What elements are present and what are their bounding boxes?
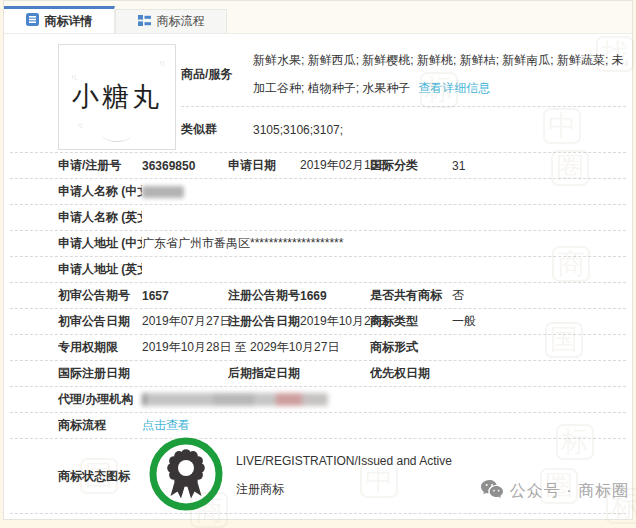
field-row-publication-no: 初审公告期号 1657 注册公告期号 1669 是否共有商标 否 (10, 283, 626, 309)
field-label: 优先权日期 (370, 365, 452, 382)
field-label: 申请/注册号 (58, 157, 142, 174)
field-label: 注册公告日期 (228, 313, 300, 330)
field-label: 国际注册日期 (58, 365, 142, 382)
status-line-en: LIVE/REGISTRATION/Issued and Active (236, 454, 452, 468)
field-label: 代理/办理机构 (58, 391, 142, 408)
field-label: 初审公告日期 (58, 313, 142, 330)
field-label: 注册公告期号 (228, 287, 300, 304)
field-row-international-dates: 国际注册日期 后期指定日期 优先权日期 (10, 361, 626, 387)
document-icon (26, 13, 39, 29)
field-label: 初审公告期号 (58, 287, 142, 304)
goods-block: 商品/服务 新鲜水果; 新鲜西瓜; 新鲜樱桃; 新鲜桃; 新鲜桔; 新鲜南瓜; … (181, 42, 626, 152)
similar-group-label: 类似群 (181, 121, 253, 138)
click-to-view-link[interactable]: 点击查看 (142, 417, 190, 434)
similar-group-value: 3105;3106;3107; (253, 123, 343, 137)
trademark-image-curve (103, 129, 131, 142)
goods-label: 商品/服务 (181, 66, 253, 83)
list-icon (138, 14, 151, 30)
tab-bar: 商标详情 商标流程 (4, 1, 632, 34)
trademark-detail-page: 商标详情 商标流程 々 々 々 小糖丸 商品/服务 新鲜水果; 新鲜西 (0, 0, 636, 528)
field-value: 2019年10月28日 (300, 313, 370, 330)
status-label: 商标状态图标 (58, 468, 142, 485)
field-label: 商标类型 (370, 313, 452, 330)
field-label: 后期指定日期 (228, 365, 300, 382)
tab-trademark-process[interactable]: 商标流程 (115, 9, 227, 33)
field-row-applicant-cn: 申请人名称 (中文) (10, 179, 626, 205)
field-value: 1657 (142, 289, 228, 303)
detail-panel: 商标详情 商标流程 々 々 々 小糖丸 商品/服务 新鲜水果; 新鲜西 (3, 0, 633, 520)
goods-row: 商品/服务 新鲜水果; 新鲜西瓜; 新鲜樱桃; 新鲜桃; 新鲜桔; 新鲜南瓜; … (181, 42, 626, 107)
field-value: 2019年10月28日 至 2029年10月27日 (142, 339, 370, 356)
field-label: 是否共有商标 (370, 287, 452, 304)
field-value: 1669 (300, 289, 370, 303)
field-value: 否 (452, 287, 626, 304)
wechat-watermark: 公众号 · 商标圈 (480, 479, 629, 503)
field-label: 申请日期 (228, 157, 300, 174)
field-label: 申请人名称 (英文) (58, 209, 142, 226)
field-label: 商标形式 (370, 339, 452, 356)
top-section: 々 々 々 小糖丸 商品/服务 新鲜水果; 新鲜西瓜; 新鲜樱桃; 新鲜桃; 新… (10, 34, 626, 153)
field-row-address-en: 申请人地址 (英文) (10, 257, 626, 283)
field-row-address-cn: 申请人地址 (中文) 广东省广州市番禺区******************** (10, 231, 626, 257)
wechat-icon (480, 479, 504, 503)
field-row-publication-date: 初审公告日期 2019年07月27日 注册公告日期 2019年10月28日 商标… (10, 309, 626, 335)
field-label: 国际分类 (370, 157, 452, 174)
field-value: 广东省广州市番禺区******************** (142, 235, 626, 252)
trademark-image: 々 々 々 小糖丸 (58, 44, 176, 150)
tab-label: 商标详情 (45, 13, 93, 30)
status-texts: LIVE/REGISTRATION/Issued and Active 注册商标 (236, 454, 452, 498)
goods-value: 新鲜水果; 新鲜西瓜; 新鲜樱桃; 新鲜桃; 新鲜桔; 新鲜南瓜; 新鲜蔬菜; … (253, 46, 626, 102)
redacted-value (142, 186, 184, 198)
field-row-process: 商标流程 点击查看 (10, 413, 626, 439)
field-row-agency: 代理/办理机构 (10, 387, 626, 413)
field-value: 2019年07月27日 (142, 313, 228, 330)
status-line-cn: 注册商标 (236, 481, 452, 498)
field-row-applicant-en: 申请人名称 (英文) (10, 205, 626, 231)
field-label: 申请人地址 (中文) (58, 235, 142, 252)
similar-group-row: 类似群 3105;3106;3107; (181, 107, 626, 152)
field-value: 31 (452, 159, 626, 173)
tab-label: 商标流程 (157, 13, 205, 30)
field-value: 一般 (452, 313, 626, 330)
field-label: 商标流程 (58, 417, 142, 434)
field-label: 专用权期限 (58, 339, 142, 356)
field-label: 申请人名称 (中文) (58, 183, 142, 200)
field-value: 36369850 (142, 159, 228, 173)
medal-rosette-icon (148, 436, 224, 516)
field-row-exclusive-period: 专用权期限 2019年10月28日 至 2029年10月27日 商标形式 (10, 335, 626, 361)
trademark-name: 小糖丸 (72, 79, 162, 115)
redacted-value (142, 393, 328, 406)
field-value: 2019年02月18日 (300, 157, 370, 174)
tab-trademark-detail[interactable]: 商标详情 (4, 6, 115, 33)
field-row-registration: 申请/注册号 36369850 申请日期 2019年02月18日 国际分类 31 (10, 153, 626, 179)
view-details-link[interactable]: 查看详细信息 (418, 81, 490, 95)
field-label: 申请人地址 (英文) (58, 261, 142, 278)
wechat-watermark-text: 公众号 · 商标圈 (510, 481, 629, 502)
